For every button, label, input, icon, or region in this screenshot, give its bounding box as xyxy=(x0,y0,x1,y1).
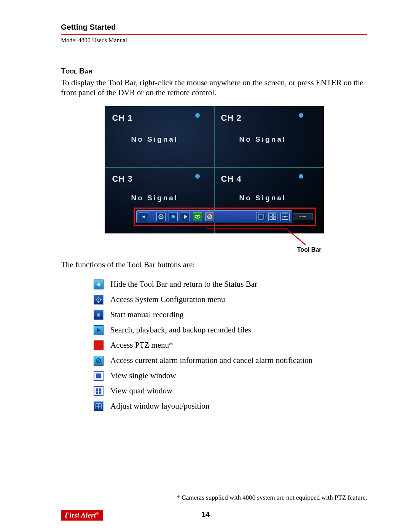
ch3-indicator-icon xyxy=(195,174,200,179)
functions-intro: The functions of the Tool Bar buttons ar… xyxy=(61,260,367,270)
svg-rect-8 xyxy=(258,214,263,219)
svg-marker-39 xyxy=(100,406,101,407)
manual-title: Model 4800 User's Manual xyxy=(61,37,367,44)
toolbar-callout: Tool Bar xyxy=(105,233,324,252)
tb-quad-icon xyxy=(268,212,277,221)
ch1-status: No Signal xyxy=(131,135,178,144)
config-icon xyxy=(94,295,104,305)
tb-record-icon xyxy=(169,212,178,221)
ch4-status: No Signal xyxy=(239,194,287,202)
callout-label: Tool Bar xyxy=(297,246,322,253)
svg-rect-10 xyxy=(273,214,276,216)
tb-ptz-icon xyxy=(193,212,202,221)
svg-point-5 xyxy=(197,216,198,217)
ptz-icon xyxy=(94,340,104,350)
ch4-indicator-icon xyxy=(299,174,303,179)
tb-alarm-icon xyxy=(205,212,214,221)
list-item: Hide the Tool Bar and return to the Stat… xyxy=(94,280,367,289)
ch3-status: No Signal xyxy=(131,194,178,202)
svg-marker-3 xyxy=(184,214,187,219)
list-item: Access current alarm information and can… xyxy=(94,356,367,366)
svg-point-24 xyxy=(97,313,100,316)
list-item: Start manual recording xyxy=(94,310,367,320)
ch3-label: CH 3 xyxy=(112,174,133,184)
svg-rect-32 xyxy=(99,391,101,393)
single-desc: View single window xyxy=(110,371,176,380)
list-item: Access PTZ menu* xyxy=(94,340,367,350)
tb-hide-icon: ◂ xyxy=(139,212,148,221)
ch1-label: CH 1 xyxy=(112,113,133,123)
footnote: * Cameras supplied with 4800 system are … xyxy=(177,494,367,502)
svg-rect-11 xyxy=(270,217,272,220)
dvr-toolbar: ◂ xyxy=(136,210,292,223)
ch2-label: CH 2 xyxy=(221,113,242,123)
svg-point-2 xyxy=(171,215,175,218)
ch4-label: CH 4 xyxy=(221,174,242,184)
dvr-screenshot: CH 1 No Signal CH 2 No Signal CH 3 No Si… xyxy=(105,106,324,252)
tb-config-icon xyxy=(156,212,166,221)
record-icon xyxy=(94,310,104,320)
svg-point-16 xyxy=(284,216,285,217)
layout-desc: Adjust window layout/position xyxy=(110,401,209,411)
layout-icon xyxy=(94,401,104,411)
record-desc: Start manual recording xyxy=(110,310,183,320)
svg-rect-28 xyxy=(96,373,101,378)
svg-point-1 xyxy=(160,216,161,217)
list-item: Adjust window layout/position xyxy=(94,401,367,411)
toolbar-highlight: ◂ xyxy=(134,208,316,226)
header-rule xyxy=(61,34,367,35)
svg-rect-29 xyxy=(96,388,98,390)
svg-marker-38 xyxy=(97,406,98,407)
svg-point-19 xyxy=(98,299,99,300)
svg-rect-31 xyxy=(96,391,98,393)
tb-watermark: ━━━ xyxy=(293,213,313,220)
single-window-icon xyxy=(94,371,104,381)
brand-logo: First Alert® xyxy=(61,510,103,521)
manual-page: Getting Started Model 4800 User's Manual… xyxy=(0,0,411,532)
tb-layout-icon xyxy=(280,212,290,221)
hide-desc: Hide the Tool Bar and return to the Stat… xyxy=(110,280,257,289)
tb-single-icon xyxy=(256,212,265,221)
quad-desc: View quad window xyxy=(110,386,172,396)
svg-rect-9 xyxy=(270,214,272,216)
svg-marker-37 xyxy=(98,407,99,408)
alarm-desc: Access current alarm information and can… xyxy=(110,356,312,365)
play-desc: Search, playback, and backup recorded fi… xyxy=(110,325,251,335)
list-item: View quad window xyxy=(94,386,367,396)
alarm-icon xyxy=(94,356,104,366)
config-desc: Access System Configuration menu xyxy=(110,295,225,304)
svg-marker-17 xyxy=(97,282,100,286)
ch1-indicator-icon xyxy=(195,113,200,118)
list-item: Search, playback, and backup recorded fi… xyxy=(94,325,367,335)
subsection-title: Tool Bar xyxy=(61,67,367,75)
intro-paragraph: To display the Tool Bar, right-click the… xyxy=(61,78,367,98)
list-item: Access System Configuration menu xyxy=(94,295,367,305)
toolbar-functions-list: Hide the Tool Bar and return to the Stat… xyxy=(94,280,367,411)
svg-rect-30 xyxy=(99,388,101,390)
hide-icon xyxy=(94,280,104,289)
svg-marker-25 xyxy=(97,328,100,332)
quad-window-icon xyxy=(94,386,104,396)
svg-rect-12 xyxy=(273,217,276,220)
tb-play-icon xyxy=(181,212,190,221)
list-item: View single window xyxy=(94,371,367,381)
ptz-desc: Access PTZ menu* xyxy=(110,340,173,350)
ch2-status: No Signal xyxy=(239,135,287,144)
svg-line-27 xyxy=(97,359,100,362)
svg-line-7 xyxy=(208,215,211,218)
ch2-indicator-icon xyxy=(299,113,303,118)
play-icon xyxy=(94,325,104,335)
section-header: Getting Started xyxy=(61,23,367,32)
svg-marker-36 xyxy=(98,404,99,405)
